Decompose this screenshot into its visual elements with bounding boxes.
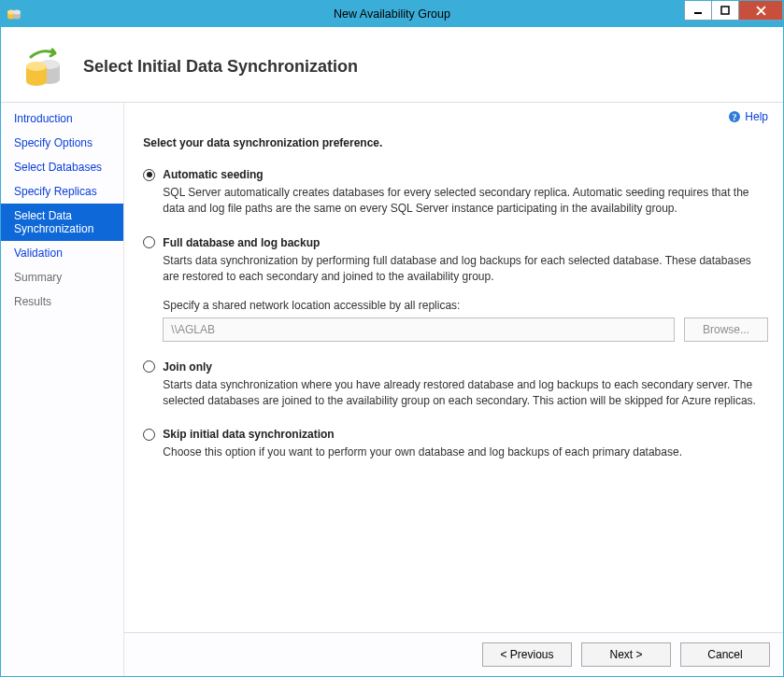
- nav-sidebar: Introduction Specify Options Select Data…: [1, 103, 124, 676]
- option-title: Join only: [163, 360, 212, 374]
- svg-point-13: [26, 62, 47, 71]
- radio-skip-sync[interactable]: [143, 429, 155, 441]
- wizard-body: Introduction Specify Options Select Data…: [1, 103, 783, 676]
- sidebar-item-label: Results: [14, 295, 51, 308]
- help-icon: ?: [728, 110, 741, 123]
- sidebar-item-label: Introduction: [14, 112, 73, 125]
- sidebar-item-label: Select Databases: [14, 161, 102, 174]
- page-icon: [21, 44, 66, 89]
- svg-text:?: ?: [733, 112, 737, 122]
- sidebar-item-specify-options[interactable]: Specify Options: [1, 131, 123, 155]
- option-skip-sync: Skip initial data synchronization Choose…: [143, 428, 768, 460]
- option-description: SQL Server automatically creates databas…: [163, 185, 768, 218]
- sidebar-item-specify-replicas[interactable]: Specify Replicas: [1, 179, 123, 204]
- cancel-button[interactable]: Cancel: [680, 642, 770, 667]
- sidebar-item-introduction[interactable]: Introduction: [1, 106, 123, 131]
- minimize-button[interactable]: [684, 1, 712, 21]
- sidebar-item-label: Specify Replicas: [14, 185, 97, 198]
- option-description: Starts data synchronization by performin…: [163, 253, 768, 286]
- main-content: ? Help Select your data synchronization …: [124, 103, 783, 632]
- sidebar-item-select-data-sync[interactable]: Select Data Synchronization: [1, 204, 123, 241]
- svg-rect-7: [721, 7, 729, 14]
- help-link[interactable]: ? Help: [143, 110, 768, 123]
- next-button[interactable]: Next >: [581, 642, 671, 667]
- page-title: Select Initial Data Synchronization: [83, 57, 358, 77]
- app-icon: [7, 7, 21, 21]
- radio-join-only[interactable]: [143, 360, 155, 373]
- sidebar-item-validation[interactable]: Validation: [1, 241, 123, 265]
- window-controls: [685, 1, 783, 21]
- browse-button: Browse...: [684, 317, 768, 342]
- window-title: New Availability Group: [334, 7, 450, 21]
- help-label: Help: [745, 110, 768, 123]
- close-button[interactable]: [738, 1, 783, 21]
- sidebar-item-label: Select Data Synchronization: [14, 209, 93, 235]
- option-title: Full database and log backup: [163, 236, 320, 249]
- sidebar-item-label: Specify Options: [14, 136, 93, 149]
- sidebar-item-label: Validation: [14, 247, 63, 260]
- svg-point-5: [13, 10, 21, 15]
- instruction-text: Select your data synchronization prefere…: [143, 136, 768, 149]
- network-path-input: [163, 317, 675, 342]
- option-automatic-seeding: Automatic seeding SQL Server automatical…: [143, 168, 768, 218]
- title-bar: New Availability Group: [1, 1, 783, 27]
- sidebar-item-select-databases[interactable]: Select Databases: [1, 155, 123, 179]
- sidebar-item-label: Summary: [14, 271, 62, 284]
- wizard-window: New Availability Group: [0, 0, 784, 677]
- option-title: Skip initial data synchronization: [163, 428, 334, 441]
- option-description: Starts data synchronization where you ha…: [163, 377, 768, 410]
- option-title: Automatic seeding: [163, 168, 263, 181]
- radio-automatic-seeding[interactable]: [143, 169, 155, 181]
- previous-button[interactable]: < Previous: [482, 642, 572, 667]
- sidebar-item-results: Results: [1, 289, 123, 314]
- svg-rect-6: [694, 12, 702, 14]
- wizard-footer: < Previous Next > Cancel: [124, 632, 783, 676]
- sidebar-item-summary: Summary: [1, 265, 123, 289]
- radio-full-backup[interactable]: [143, 236, 155, 248]
- option-join-only: Join only Starts data synchronization wh…: [143, 360, 768, 410]
- maximize-button[interactable]: [711, 1, 739, 21]
- wizard-header: Select Initial Data Synchronization: [1, 27, 783, 103]
- main-panel: ? Help Select your data synchronization …: [124, 103, 783, 676]
- option-full-backup: Full database and log backup Starts data…: [143, 236, 768, 342]
- share-location-label: Specify a shared network location access…: [163, 299, 768, 312]
- option-description: Choose this option if you want to perfor…: [163, 444, 768, 460]
